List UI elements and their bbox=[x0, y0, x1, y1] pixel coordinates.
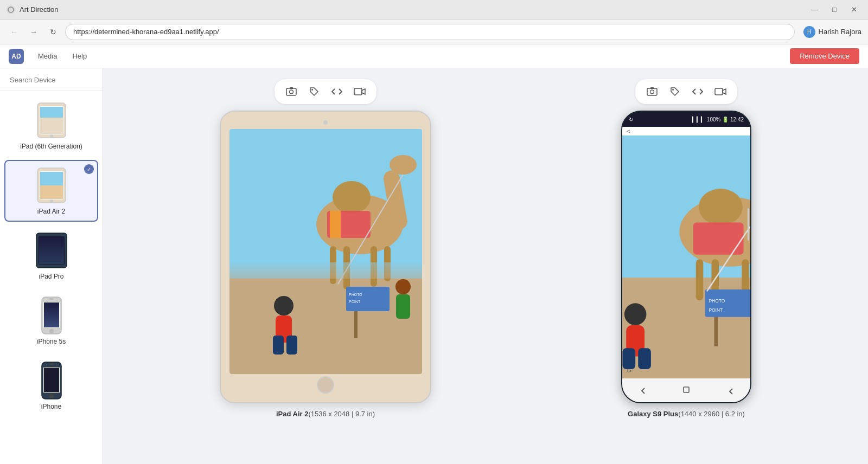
close-button[interactable]: ✕ bbox=[846, 4, 861, 16]
galaxy-device-toolbar bbox=[635, 79, 737, 104]
tag-button[interactable] bbox=[306, 83, 322, 100]
svg-point-25 bbox=[290, 90, 293, 94]
list-item[interactable]: iPad (6th Generation) bbox=[4, 95, 98, 157]
device-list: iPad (6th Generation) ✓ bbox=[0, 91, 103, 464]
svg-rect-18 bbox=[49, 298, 54, 300]
svg-rect-45 bbox=[286, 336, 297, 355]
device-item-label: iPad (6th Generation) bbox=[20, 143, 82, 150]
svg-rect-47 bbox=[346, 287, 390, 311]
svg-rect-24 bbox=[286, 88, 296, 95]
device-item-label: iPhone bbox=[41, 403, 61, 410]
svg-rect-70 bbox=[693, 223, 744, 255]
ipad-home-button[interactable] bbox=[317, 376, 334, 394]
svg-rect-9 bbox=[40, 172, 63, 199]
svg-rect-53 bbox=[229, 262, 422, 279]
device-thumbnail bbox=[33, 231, 71, 269]
main-layout: « bbox=[0, 68, 868, 464]
window-controls: — □ ✕ bbox=[807, 4, 861, 16]
svg-text:PHOTO: PHOTO bbox=[709, 298, 725, 304]
ipad-air-2-container: PHOTO POINT bbox=[220, 79, 431, 418]
sidebar: « bbox=[0, 68, 103, 464]
svg-point-27 bbox=[311, 89, 313, 91]
app-header: AD Media Help Remove Device bbox=[0, 44, 868, 68]
svg-rect-5 bbox=[40, 107, 63, 134]
svg-point-6 bbox=[50, 134, 53, 138]
svg-rect-41 bbox=[330, 211, 341, 238]
svg-rect-58 bbox=[715, 88, 723, 95]
svg-point-17 bbox=[49, 329, 54, 333]
user-name: Harish Rajora bbox=[819, 28, 861, 36]
device-thumbnail bbox=[33, 362, 71, 399]
svg-point-10 bbox=[50, 199, 53, 203]
reload-button[interactable]: ↻ bbox=[46, 24, 61, 40]
svg-rect-16 bbox=[44, 302, 59, 327]
list-item[interactable]: iPhone bbox=[4, 355, 98, 417]
browser-toolbar: ← → ↻ H Harish Rajora bbox=[0, 20, 868, 44]
app-logo: AD bbox=[9, 49, 24, 64]
video-button[interactable] bbox=[352, 83, 368, 100]
search-input[interactable] bbox=[10, 76, 101, 84]
svg-rect-26 bbox=[290, 87, 293, 89]
svg-rect-66 bbox=[696, 259, 704, 300]
svg-text:PHOTO: PHOTO bbox=[349, 293, 362, 297]
ipad-camera bbox=[323, 120, 328, 125]
svg-rect-51 bbox=[396, 294, 410, 319]
svg-point-34 bbox=[390, 155, 417, 175]
svg-text:POINT: POINT bbox=[349, 300, 361, 304]
device-thumbnail bbox=[33, 297, 71, 334]
avatar: H bbox=[803, 26, 815, 38]
content-area: PHOTO POINT bbox=[103, 68, 868, 464]
video-button[interactable] bbox=[712, 83, 729, 100]
code-button[interactable] bbox=[690, 83, 706, 100]
svg-point-35 bbox=[333, 181, 371, 214]
galaxy-signal: ▎▎▎ 100% 🔋 12:42 bbox=[692, 117, 744, 123]
address-bar[interactable] bbox=[65, 24, 795, 40]
svg-point-65 bbox=[699, 189, 743, 225]
svg-text:POINT: POINT bbox=[709, 307, 723, 313]
forward-button[interactable]: → bbox=[26, 24, 41, 40]
title-bar: Art Direction — □ ✕ bbox=[0, 0, 868, 20]
svg-marker-29 bbox=[362, 89, 365, 94]
scrollbar[interactable] bbox=[748, 208, 749, 241]
sidebar-search-area: « bbox=[0, 68, 103, 91]
device-item-label: iPhone 5s bbox=[37, 338, 66, 345]
galaxy-s9-container: ↻ ▎▎▎ 100% 🔋 12:42 < bbox=[621, 79, 751, 418]
app-icon bbox=[7, 5, 15, 14]
galaxy-loading-icon: ↻ bbox=[629, 117, 633, 123]
svg-point-71 bbox=[624, 303, 647, 325]
svg-point-55 bbox=[650, 90, 654, 94]
list-item[interactable]: ✓ bbox=[4, 160, 98, 222]
svg-rect-13 bbox=[39, 237, 64, 264]
ipad-screen: PHOTO POINT bbox=[229, 129, 422, 374]
svg-point-57 bbox=[672, 89, 674, 91]
galaxy-mockup[interactable]: ↻ ▎▎▎ 100% 🔋 12:42 < bbox=[621, 111, 751, 403]
user-area: H Harish Rajora bbox=[803, 26, 861, 38]
svg-rect-21 bbox=[44, 368, 59, 392]
minimize-button[interactable]: — bbox=[807, 4, 822, 16]
device-thumbnail bbox=[33, 166, 71, 204]
svg-point-22 bbox=[49, 394, 54, 398]
screenshot-button[interactable] bbox=[644, 83, 660, 100]
maximize-button[interactable]: □ bbox=[827, 4, 842, 16]
ipad-mockup[interactable]: PHOTO POINT bbox=[220, 111, 431, 403]
svg-rect-54 bbox=[647, 88, 657, 95]
svg-rect-73 bbox=[623, 348, 636, 369]
back-button[interactable]: ← bbox=[7, 24, 22, 40]
screenshot-button[interactable] bbox=[283, 83, 299, 100]
galaxy-nav-bar bbox=[622, 378, 750, 402]
svg-rect-82 bbox=[684, 387, 689, 392]
galaxy-home-icon[interactable] bbox=[681, 385, 692, 396]
galaxy-recent-icon[interactable] bbox=[724, 385, 735, 396]
nav-help[interactable]: Help bbox=[71, 50, 88, 62]
remove-device-button[interactable]: Remove Device bbox=[790, 48, 859, 64]
svg-rect-23 bbox=[49, 363, 54, 365]
galaxy-back-icon[interactable] bbox=[638, 385, 649, 396]
galaxy-status-bar: ↻ ▎▎▎ 100% 🔋 12:42 bbox=[622, 112, 750, 127]
ipad-air-2-label: iPad Air 2(1536 x 2048 | 9.7 in) bbox=[276, 410, 375, 418]
nav-media[interactable]: Media bbox=[37, 50, 58, 62]
code-button[interactable] bbox=[329, 83, 345, 100]
tag-button[interactable] bbox=[667, 83, 683, 100]
list-item[interactable]: iPhone 5s bbox=[4, 290, 98, 352]
list-item[interactable]: iPad Pro bbox=[4, 225, 98, 287]
window-title: Art Direction bbox=[20, 5, 807, 14]
